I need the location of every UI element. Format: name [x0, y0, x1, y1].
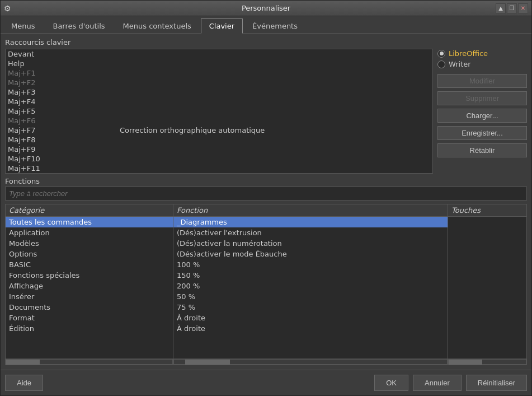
- list-item[interactable]: (Dés)activer l'extrusion: [173, 227, 448, 238]
- list-item[interactable]: Format: [6, 313, 173, 323]
- supprimer-button[interactable]: Supprimer: [437, 91, 527, 105]
- radio-libreoffice[interactable]: LibreOffice: [437, 49, 527, 58]
- shortcut-key: Maj+F5: [8, 107, 120, 115]
- charger-button[interactable]: Charger...: [437, 109, 527, 123]
- list-item[interactable]: Fonctions spéciales: [6, 270, 173, 281]
- three-columns-panel: Catégorie Toutes les commandes Applicati…: [5, 204, 527, 365]
- shortcut-desc: [120, 78, 430, 87]
- shortcut-desc: [120, 50, 430, 58]
- shortcut-key: Help: [8, 59, 120, 68]
- radio-circle-libreoffice: [437, 50, 445, 58]
- title-controls: ▲ ❐ ✕: [496, 3, 528, 13]
- tab-context[interactable]: Menus contextuels: [115, 18, 200, 33]
- retablir-button[interactable]: Rétablir: [437, 143, 527, 157]
- shortcut-desc: [120, 155, 430, 163]
- list-item[interactable]: _Diagrammes: [173, 217, 448, 227]
- shortcut-desc: [120, 59, 430, 68]
- shortcut-key: Maj+F2: [8, 78, 120, 87]
- modifier-button[interactable]: Modifier: [437, 74, 527, 88]
- list-item[interactable]: 100 %: [173, 259, 448, 270]
- shortcut-key: Maj+F7: [8, 126, 120, 134]
- enregistrer-button[interactable]: Enregistrer...: [437, 126, 527, 140]
- shortcuts-label: Raccourcis clavier: [5, 38, 433, 46]
- shortcut-key: Maj+F3: [8, 88, 120, 96]
- list-item[interactable]: Options: [6, 249, 173, 259]
- shortcut-row[interactable]: Maj+F8: [6, 135, 432, 145]
- tab-menus[interactable]: Menus: [3, 18, 43, 33]
- list-item[interactable]: (Dés)activer le mode Ébauche: [173, 249, 448, 259]
- minimize-button[interactable]: ▲: [496, 3, 506, 13]
- shortcut-desc: [120, 69, 430, 77]
- shortcut-key: Maj+F4: [8, 97, 120, 106]
- restore-button[interactable]: ❐: [507, 3, 517, 13]
- shortcut-key: Maj+F6: [8, 117, 120, 125]
- window-title: Personnaliser: [242, 4, 290, 12]
- list-item[interactable]: Documents: [6, 302, 173, 313]
- ok-button[interactable]: OK: [374, 375, 408, 391]
- list-item[interactable]: BASIC: [6, 259, 173, 270]
- category-header: Catégorie: [6, 204, 173, 217]
- shortcut-row[interactable]: Maj+F1: [6, 68, 432, 78]
- tab-events[interactable]: Événements: [244, 18, 306, 33]
- search-input[interactable]: [5, 187, 527, 201]
- list-item[interactable]: Insérer: [6, 291, 173, 302]
- keys-list[interactable]: [448, 217, 526, 358]
- keys-hscroll[interactable]: [448, 358, 526, 365]
- close-button[interactable]: ✕: [518, 3, 528, 13]
- list-item[interactable]: 200 %: [173, 281, 448, 291]
- shortcut-row[interactable]: Maj+F9: [6, 145, 432, 154]
- shortcut-row[interactable]: Maj+F5: [6, 106, 432, 116]
- fonctions-section: Fonctions: [5, 177, 527, 201]
- shortcut-row[interactable]: Maj+F4: [6, 97, 432, 106]
- list-item[interactable]: Modèles: [6, 238, 173, 249]
- shortcut-desc: [120, 145, 430, 153]
- shortcut-row[interactable]: Maj+F7 Correction orthographique automat…: [6, 125, 432, 135]
- keys-panel: Touches: [448, 204, 526, 365]
- list-item[interactable]: Édition: [6, 323, 173, 334]
- shortcut-row[interactable]: Maj+F2: [6, 78, 432, 87]
- list-item[interactable]: À droite: [173, 323, 448, 334]
- reinitialiser-button[interactable]: Réinitialiser: [466, 375, 527, 391]
- bottom-bar: Aide OK Annuler Réinitialiser: [1, 370, 531, 395]
- shortcut-desc: [120, 107, 430, 115]
- main-content: Raccourcis clavier Devant Help Maj+F1: [1, 34, 531, 370]
- shortcut-row[interactable]: Maj+F11: [6, 164, 432, 173]
- list-item[interactable]: À droite: [173, 313, 448, 323]
- list-item[interactable]: Affichage: [6, 281, 173, 291]
- tab-keyboard[interactable]: Clavier: [201, 18, 243, 34]
- function-list[interactable]: _Diagrammes (Dés)activer l'extrusion (Dé…: [173, 217, 448, 358]
- function-hscroll[interactable]: [173, 358, 448, 365]
- category-list[interactable]: Toutes les commandes Application Modèles…: [6, 217, 173, 358]
- list-item[interactable]: 50 %: [173, 291, 448, 302]
- shortcut-row[interactable]: Devant: [6, 49, 432, 59]
- top-section: Raccourcis clavier Devant Help Maj+F1: [5, 38, 527, 174]
- fonctions-label: Fonctions: [5, 177, 527, 185]
- list-item[interactable]: (Dés)activer la numérotation: [173, 238, 448, 249]
- shortcut-desc: [120, 136, 430, 144]
- keys-header: Touches: [448, 204, 526, 217]
- list-item[interactable]: Toutes les commandes: [6, 217, 173, 227]
- shortcut-row[interactable]: Maj+F3: [6, 87, 432, 97]
- radio-label-libreoffice: LibreOffice: [449, 49, 488, 58]
- shortcut-desc: [120, 164, 430, 173]
- shortcut-desc: [120, 97, 430, 106]
- shortcut-row[interactable]: Help: [6, 59, 432, 68]
- shortcut-desc: [120, 117, 430, 125]
- category-hscroll[interactable]: [6, 358, 173, 365]
- aide-button[interactable]: Aide: [5, 375, 43, 391]
- list-item[interactable]: Application: [6, 227, 173, 238]
- function-header: Fonction: [173, 204, 448, 217]
- radio-group: LibreOffice Writer: [437, 49, 527, 68]
- radio-writer[interactable]: Writer: [437, 60, 527, 68]
- right-panel: LibreOffice Writer Modifier Supprimer Ch…: [437, 38, 527, 174]
- list-item[interactable]: 75 %: [173, 302, 448, 313]
- annuler-button[interactable]: Annuler: [413, 375, 462, 391]
- tab-toolbars[interactable]: Barres d'outils: [44, 18, 113, 33]
- shortcut-list[interactable]: Devant Help Maj+F1 Maj+F2: [5, 49, 433, 174]
- shortcut-key: Maj+F8: [8, 136, 120, 144]
- shortcut-row[interactable]: Maj+F10: [6, 154, 432, 164]
- list-item[interactable]: 150 %: [173, 270, 448, 281]
- shortcut-row[interactable]: Maj+F6: [6, 116, 432, 125]
- shortcut-desc: [120, 88, 430, 96]
- shortcut-key: Maj+F10: [8, 155, 120, 163]
